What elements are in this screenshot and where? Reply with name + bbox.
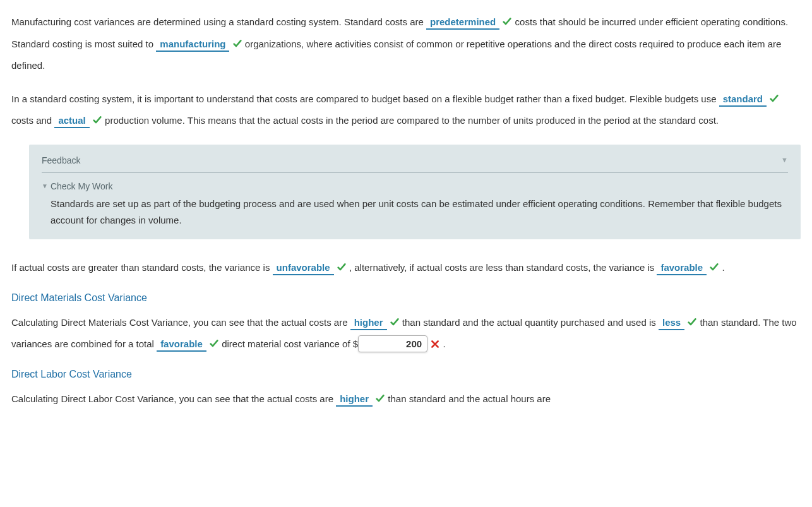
check-icon: [232, 39, 242, 49]
heading-direct-labor: Direct Labor Cost Variance: [11, 367, 801, 382]
text: production volume. This means that the a…: [105, 115, 719, 126]
cross-icon: [430, 338, 440, 349]
text: In a standard costing system, it is impo…: [11, 93, 719, 104]
caret-down-icon: ▼: [42, 181, 48, 191]
paragraph-5: Calculating Direct Labor Cost Variance, …: [11, 388, 801, 410]
text: If actual costs are greater than standar…: [11, 262, 273, 273]
paragraph-1: Manufacturing cost variances are determi…: [11, 11, 801, 77]
answer-favorable[interactable]: favorable: [657, 261, 707, 275]
check-my-work-header[interactable]: ▼ Check My Work: [42, 179, 788, 193]
check-icon: [92, 115, 102, 126]
paragraph-4: Calculating Direct Materials Cost Varian…: [11, 312, 801, 355]
check-icon: [769, 93, 779, 104]
text: , alternatively, if actual costs are les…: [349, 262, 657, 273]
text: Calculating Direct Materials Cost Varian…: [11, 317, 350, 328]
feedback-body: Standards are set up as part of the budg…: [51, 196, 788, 228]
feedback-panel: Feedback ▼ ▼ Check My Work Standards are…: [29, 145, 801, 240]
caret-down-icon[interactable]: ▼: [781, 155, 788, 166]
feedback-title: Feedback: [42, 153, 80, 167]
answer-favorable-2[interactable]: favorable: [157, 337, 206, 352]
paragraph-2: In a standard costing system, it is impo…: [11, 88, 801, 132]
answer-higher[interactable]: higher: [350, 316, 387, 330]
text: costs and: [11, 115, 54, 126]
answer-less[interactable]: less: [659, 316, 684, 330]
check-icon: [502, 16, 512, 27]
text: Calculating Direct Labor Cost Variance, …: [11, 393, 336, 404]
text: Manufacturing cost variances are determi…: [11, 16, 426, 27]
text: direct material cost variance of $: [222, 338, 358, 349]
feedback-header[interactable]: Feedback ▼: [42, 153, 788, 173]
check-icon: [337, 262, 347, 273]
answer-higher-2[interactable]: higher: [336, 392, 373, 407]
answer-predetermined[interactable]: predetermined: [426, 15, 499, 30]
answer-manufacturing[interactable]: manufacturing: [156, 37, 229, 52]
check-icon: [209, 338, 219, 349]
check-my-work-title: Check My Work: [51, 179, 113, 193]
check-icon: [687, 317, 697, 328]
variance-amount-input[interactable]: [358, 335, 427, 352]
check-icon: [709, 262, 719, 273]
paragraph-3: If actual costs are greater than standar…: [11, 257, 801, 279]
answer-unfavorable[interactable]: unfavorable: [273, 261, 334, 275]
text: .: [722, 262, 724, 273]
text: than standard and the actual hours are: [388, 393, 551, 404]
heading-direct-materials: Direct Materials Cost Variance: [11, 290, 801, 306]
answer-actual[interactable]: actual: [54, 114, 89, 128]
check-icon: [390, 317, 400, 328]
answer-standard[interactable]: standard: [719, 92, 767, 107]
text: .: [443, 338, 445, 349]
text: than standard and the actual quantity pu…: [402, 317, 659, 328]
check-icon: [375, 393, 385, 404]
